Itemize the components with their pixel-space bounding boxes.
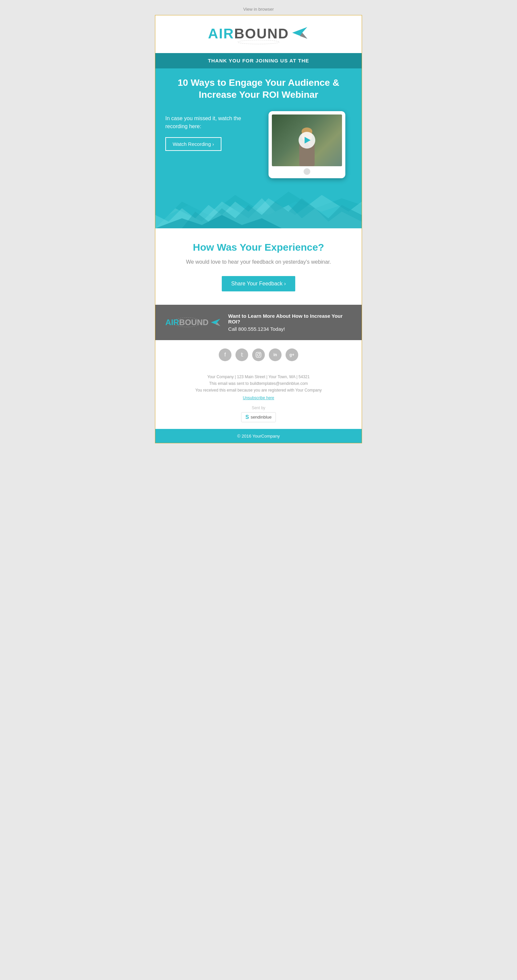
logo-air: AIR (208, 26, 234, 42)
social-section: f 𝕥 in g+ (155, 340, 362, 369)
address-section: Your Company | 123 Main Street | Your To… (155, 369, 362, 429)
feedback-section: How Was Your Experience? We would love t… (155, 228, 362, 305)
svg-point-18 (260, 353, 260, 354)
play-triangle-icon (305, 137, 311, 143)
watch-recording-button[interactable]: Watch Recording › (165, 137, 222, 151)
sent-by-label: Sent by (165, 406, 352, 410)
logo-area: AIRBOUND (155, 15, 362, 53)
footer-cta-text: Want to Learn More About How to Increase… (228, 313, 352, 332)
google-plus-icon[interactable]: g+ (286, 348, 298, 361)
sendinblue-badge[interactable]: S sendinblue (241, 412, 276, 422)
svg-point-2 (238, 40, 279, 44)
footer-plane-icon (210, 318, 222, 327)
footer-logo-dots (172, 317, 202, 328)
hero-right (262, 111, 352, 178)
registered-notice: You received this email because you are … (165, 388, 352, 393)
feedback-subtitle: We would love to hear your feedback on y… (165, 258, 352, 266)
hero-title: 10 Ways to Engage Your Audience & Increa… (155, 68, 362, 108)
hero-section: THANK YOU FOR JOINING US AT THE 10 Ways … (155, 53, 362, 228)
tablet-mockup (268, 111, 345, 178)
hero-content: In case you missed it, watch the recordi… (155, 108, 362, 185)
facebook-icon[interactable]: f (219, 348, 231, 361)
hero-thank-you-text: THANK YOU FOR JOINING US AT THE (208, 58, 309, 64)
unsubscribe-link[interactable]: Unsubscribe here (243, 396, 274, 400)
feedback-title: How Was Your Experience? (165, 242, 352, 253)
email-container: AIRBOUND THANK YOU FOR JOINING US AT THE (155, 15, 362, 443)
plane-icon (290, 25, 309, 42)
linkedin-icon[interactable]: in (269, 348, 282, 361)
footer-cta-headline: Want to Learn More About How to Increase… (228, 313, 352, 325)
sent-by-section: Sent by S sendinblue (165, 406, 352, 422)
instagram-icon[interactable] (252, 348, 265, 361)
video-screen (272, 115, 342, 166)
tablet-home-button (303, 168, 310, 175)
twitter-icon[interactable]: 𝕥 (235, 348, 248, 361)
footer-logo: AIRBOUND (165, 318, 222, 327)
footer-cta-phone: Call 800.555.1234 Today! (228, 326, 352, 332)
hero-dark-header: THANK YOU FOR JOINING US AT THE (155, 53, 362, 68)
sendinblue-text: sendinblue (251, 415, 271, 420)
social-icons-row: f 𝕥 in g+ (164, 348, 353, 361)
email-sent-to: This email was sent to buildtemplates@se… (165, 381, 352, 386)
svg-rect-16 (256, 352, 261, 357)
hero-left: In case you missed it, watch the recordi… (165, 111, 255, 151)
bottom-bar: © 2016 YourCompany (155, 429, 362, 443)
sendinblue-logo-icon: S (246, 414, 249, 420)
hero-left-text: In case you missed it, watch the recordi… (165, 115, 255, 130)
company-address: Your Company | 123 Main Street | Your To… (165, 374, 352, 379)
copyright-text: © 2016 YourCompany (237, 434, 279, 439)
view-in-browser-link[interactable]: View in browser (243, 7, 274, 12)
svg-point-13 (173, 317, 201, 327)
play-button[interactable] (298, 132, 315, 148)
share-feedback-button[interactable]: Share Your Feedback › (222, 276, 295, 291)
footer-cta: AIRBOUND Want to Learn More About How to… (155, 305, 362, 340)
hero-wave (155, 188, 362, 228)
svg-point-17 (257, 353, 260, 356)
